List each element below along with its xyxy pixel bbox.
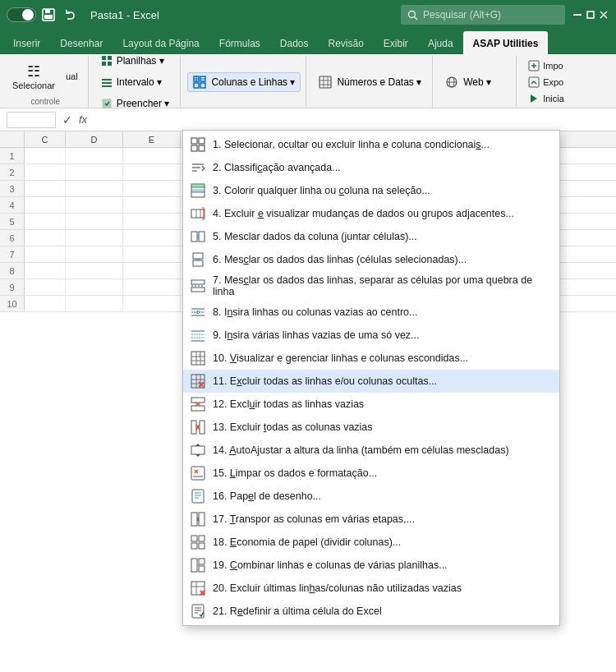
menu-icon-10 bbox=[190, 350, 206, 366]
colunas-linhas-dropdown[interactable]: Colunas e Linhas ▾ bbox=[187, 72, 301, 92]
row-header[interactable]: 6 bbox=[0, 230, 25, 246]
cell[interactable] bbox=[123, 164, 181, 180]
cell[interactable] bbox=[66, 263, 123, 278]
menu-item-18[interactable]: 18. Economia de papel (dividir colunas).… bbox=[183, 531, 559, 554]
cell[interactable] bbox=[66, 214, 123, 229]
row-header[interactable]: 3 bbox=[0, 181, 25, 196]
tab-dados[interactable]: Dados bbox=[270, 31, 319, 54]
cell[interactable] bbox=[66, 246, 123, 262]
menu-item-9[interactable]: 9. Insira várias linhas vazias de uma só… bbox=[183, 324, 559, 347]
cell[interactable] bbox=[66, 197, 123, 213]
ual-button[interactable]: ual bbox=[61, 70, 83, 83]
tab-revisao[interactable]: Revisão bbox=[319, 31, 374, 54]
minimize-button[interactable] bbox=[572, 9, 583, 21]
cell[interactable] bbox=[25, 148, 66, 163]
corner-header[interactable] bbox=[0, 131, 25, 147]
cell[interactable] bbox=[123, 263, 181, 278]
menu-item-14[interactable]: 14. AutoAjustar a altura da linha (també… bbox=[183, 439, 559, 462]
tab-asap[interactable]: ASAP Utilities bbox=[463, 31, 549, 54]
menu-text-6: 6. Mesclar os dados das linhas (células … bbox=[213, 254, 553, 265]
menu-item-2[interactable]: 2. Classificação avançada... bbox=[183, 156, 559, 179]
cell[interactable] bbox=[123, 296, 181, 311]
web-dropdown[interactable]: Web ▾ bbox=[439, 72, 497, 92]
save-icon[interactable] bbox=[41, 7, 56, 22]
intervalo-dropdown[interactable]: Intervalo ▾ bbox=[95, 72, 168, 92]
svg-rect-53 bbox=[193, 260, 203, 266]
cell[interactable] bbox=[123, 230, 181, 246]
tab-formulas[interactable]: Fórmulas bbox=[209, 31, 270, 54]
inicia-button[interactable]: Inicia bbox=[523, 91, 569, 106]
autosave-toggle[interactable] bbox=[7, 7, 36, 22]
row-header[interactable]: 4 bbox=[0, 197, 25, 213]
menu-item-10[interactable]: 10. Visualizar e gerenciar linhas e colu… bbox=[183, 347, 559, 370]
menu-item-4[interactable]: 4. Excluir e visualizar mudanças de dado… bbox=[183, 202, 559, 225]
cell[interactable] bbox=[123, 246, 181, 262]
numeros-datas-dropdown[interactable]: Números e Datas ▾ bbox=[313, 72, 427, 92]
row-header[interactable]: 5 bbox=[0, 214, 25, 229]
menu-item-19[interactable]: 19. Combinar linhas e colunas de várias … bbox=[183, 554, 559, 577]
cell[interactable] bbox=[123, 197, 181, 213]
menu-item-6[interactable]: 6. Mesclar os dados das linhas (células … bbox=[183, 248, 559, 271]
tab-ajuda[interactable]: Ajuda bbox=[418, 31, 463, 54]
undo-dropdown-icon[interactable] bbox=[64, 8, 77, 21]
menu-text-10: 10. Visualizar e gerenciar linhas e colu… bbox=[213, 352, 553, 364]
cell[interactable] bbox=[66, 296, 123, 311]
menu-icon-19 bbox=[190, 557, 206, 573]
row-header[interactable]: 2 bbox=[0, 164, 25, 180]
cell[interactable] bbox=[25, 296, 66, 311]
col-header-c[interactable]: C bbox=[25, 131, 66, 147]
menu-item-1[interactable]: 1. Selecionar, ocultar ou excluir linha … bbox=[183, 133, 559, 156]
tab-exibir[interactable]: Exibir bbox=[374, 31, 418, 54]
cell[interactable] bbox=[25, 230, 66, 246]
cell[interactable] bbox=[123, 181, 181, 196]
menu-item-12[interactable]: 12. Excluir todas as linhas vazias bbox=[183, 393, 559, 416]
cell[interactable] bbox=[25, 181, 66, 196]
row-header[interactable]: 9 bbox=[0, 279, 25, 295]
cell[interactable] bbox=[123, 279, 181, 295]
name-box[interactable] bbox=[7, 112, 56, 128]
cell[interactable] bbox=[66, 230, 123, 246]
cell[interactable] bbox=[66, 279, 123, 295]
formula-checkmark[interactable]: ✓ bbox=[62, 113, 72, 127]
menu-item-3[interactable]: 3. Colorir qualquer linha ou coluna na s… bbox=[183, 179, 559, 202]
cell[interactable] bbox=[66, 164, 123, 180]
col-header-e[interactable]: E bbox=[123, 131, 181, 147]
search-bar[interactable]: Pesquisar (Alt+G) bbox=[401, 5, 565, 25]
menu-item-11[interactable]: 11. Excluir todas as linhas e/ou colunas… bbox=[183, 370, 559, 393]
expo-button[interactable]: Expo bbox=[523, 75, 569, 90]
menu-item-17[interactable]: 17. Transpor as colunas em várias etapas… bbox=[183, 508, 559, 531]
close-button[interactable] bbox=[598, 9, 609, 21]
menu-item-5[interactable]: 5. Mesclar dados da coluna (juntar célul… bbox=[183, 225, 559, 248]
cell[interactable] bbox=[25, 197, 66, 213]
row-header[interactable]: 1 bbox=[0, 148, 25, 163]
cell[interactable] bbox=[66, 148, 123, 163]
col-header-d[interactable]: D bbox=[66, 131, 123, 147]
cell[interactable] bbox=[123, 214, 181, 229]
cell[interactable] bbox=[123, 148, 181, 163]
menu-item-7[interactable]: 7. Mesclar os dados das linhas, separar … bbox=[183, 271, 559, 301]
cell[interactable] bbox=[25, 164, 66, 180]
tab-inserir[interactable]: Inserir bbox=[3, 31, 50, 54]
cell[interactable] bbox=[25, 279, 66, 295]
row-header[interactable]: 7 bbox=[0, 246, 25, 262]
preencher-dropdown[interactable]: Preencher ▾ bbox=[95, 94, 176, 113]
menu-icon-12 bbox=[190, 396, 206, 412]
menu-item-21[interactable]: 21. Redefinir a última célula do Excel bbox=[183, 600, 559, 623]
cell[interactable] bbox=[25, 214, 66, 229]
menu-item-15[interactable]: 15. Limpar os dados e formatação... bbox=[183, 462, 559, 485]
menu-item-20[interactable]: 20. Excluir últimas linhas/colunas não u… bbox=[183, 577, 559, 600]
maximize-button[interactable] bbox=[585, 9, 596, 21]
cell[interactable] bbox=[66, 181, 123, 196]
selecionar-button[interactable]: ☷ Selecionar bbox=[8, 60, 59, 93]
impo-button[interactable]: Impo bbox=[523, 58, 569, 73]
menu-item-13[interactable]: 13. Excluir todas as colunas vazias bbox=[183, 416, 559, 439]
row-header[interactable]: 10 bbox=[0, 296, 25, 311]
menu-item-8[interactable]: 8. Insira linhas ou colunas vazias ao ce… bbox=[183, 301, 559, 324]
menu-icon-17 bbox=[190, 511, 206, 527]
formula-input[interactable] bbox=[94, 114, 609, 126]
cell[interactable] bbox=[25, 246, 66, 262]
planilhas-dropdown[interactable]: Planilhas ▾ bbox=[95, 51, 170, 71]
cell[interactable] bbox=[25, 263, 66, 278]
row-header[interactable]: 8 bbox=[0, 263, 25, 278]
menu-item-16[interactable]: 16. Papel de desenho... bbox=[183, 485, 559, 508]
